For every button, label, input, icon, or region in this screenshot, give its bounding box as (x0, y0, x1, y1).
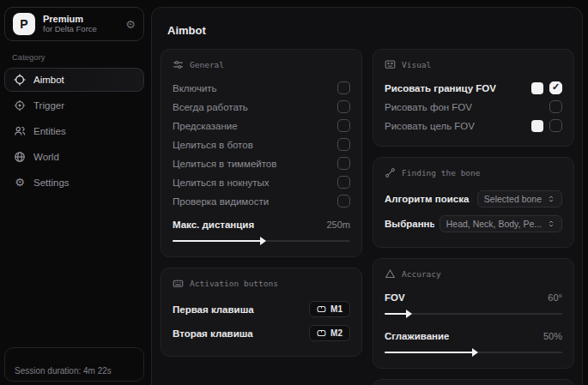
bone-algorithm-select[interactable]: Selected bone (477, 190, 562, 208)
mouse-icon (317, 304, 326, 314)
bone-icon (385, 167, 396, 178)
setting-label: Проверка видимости (173, 196, 269, 207)
section-header: Accuracy (402, 269, 441, 279)
prediction-checkbox[interactable] (337, 119, 350, 132)
sidebar-item-label: World (33, 152, 59, 162)
slider-thumb[interactable] (406, 310, 412, 318)
fov-target-color-swatch[interactable] (531, 120, 543, 132)
draw-fov-border-checkbox[interactable] (549, 81, 562, 94)
slider-thumb[interactable] (472, 348, 478, 357)
key-label: M1 (330, 304, 342, 314)
gear-icon[interactable]: ⚙ (125, 18, 136, 31)
setting-label: Рисовать границу FOV (385, 83, 496, 93)
setting-row: Предсказание (173, 117, 350, 135)
category-label: Category (12, 52, 144, 62)
general-card: General Включить Всегда работать Предска… (161, 49, 362, 257)
switch-delay-card: Switch Delay Задержка переключения Задер… (373, 379, 574, 385)
setting-row: Проверка видимости (173, 192, 350, 210)
settings-gear-icon: ⚙ (14, 177, 26, 189)
session-duration-card: Session duration: 4m 22s (4, 347, 144, 382)
setting-row: Целиться в нокнутых (173, 173, 350, 191)
sidebar-item-aimbot[interactable]: Aimbot (4, 68, 144, 92)
fov-group: FOV 60° (385, 288, 562, 318)
first-key-button[interactable]: M1 (309, 301, 350, 317)
setting-label: Предсказание (173, 121, 238, 131)
sidebar-item-settings[interactable]: ⚙ Settings (4, 171, 144, 195)
globe-icon (14, 151, 26, 163)
setting-row: Всегда работать (173, 98, 350, 116)
draw-fov-target-checkbox[interactable] (549, 119, 562, 132)
target-teammates-checkbox[interactable] (337, 157, 350, 170)
setting-row: Первая клавиша M1 (173, 298, 350, 321)
fov-border-color-swatch[interactable] (531, 82, 543, 94)
setting-label: Выбранные кос (385, 219, 434, 229)
selected-bones-select[interactable]: Head, Neck, Body, Pe... (439, 215, 562, 232)
slider-value: 250m (326, 220, 350, 230)
sidebar: P Premium for Delta Force ⚙ Category Aim… (0, 0, 149, 385)
visual-icon (385, 59, 396, 70)
trigger-icon (14, 99, 26, 111)
sidebar-item-label: Settings (33, 177, 70, 188)
sidebar-item-trigger[interactable]: Trigger (4, 93, 144, 117)
sliders-icon (173, 59, 184, 70)
fov-slider[interactable] (385, 310, 562, 318)
slider-thumb[interactable] (260, 237, 266, 245)
section-header: Visual (402, 60, 431, 69)
setting-row: Включить (173, 79, 350, 97)
target-knocked-checkbox[interactable] (337, 176, 350, 189)
setting-row: Рисовать цель FOV (385, 117, 562, 135)
slider-label: Сглаживание (385, 331, 449, 341)
slider-value: 50% (543, 331, 562, 341)
right-column: Visual Рисовать границу FOV Рисовать фон… (373, 49, 574, 385)
crosshair-icon (14, 74, 26, 86)
accuracy-card: Accuracy FOV 60° (373, 258, 574, 369)
setting-row: Алгоритм поиска кост Selected bone (385, 187, 562, 211)
setting-label: Первая клавиша (173, 304, 254, 315)
sidebar-nav: Aimbot Trigger Entities World ⚙ Settings (4, 68, 144, 195)
users-icon (14, 125, 26, 137)
slider-label: Макс. дистанция (173, 220, 254, 230)
target-bots-checkbox[interactable] (337, 138, 350, 151)
setting-label: Рисовать фон FOV (385, 102, 472, 112)
setting-row: Целиться в ботов (173, 135, 350, 153)
draw-fov-background-checkbox[interactable] (549, 100, 562, 113)
max-distance-slider[interactable] (173, 237, 350, 245)
session-duration-text: Session duration: 4m 22s (15, 366, 112, 376)
second-key-button[interactable]: M2 (309, 325, 350, 341)
setting-label: Рисовать цель FOV (385, 121, 475, 131)
keyboard-icon (173, 278, 184, 289)
main-panel: Aimbot General Включить (151, 7, 583, 385)
chevron-up-down-icon (547, 195, 555, 203)
sidebar-item-label: Aimbot (33, 75, 64, 85)
enable-checkbox[interactable] (337, 81, 350, 94)
max-distance-group: Макс. дистанция 250m (173, 215, 350, 245)
sidebar-item-world[interactable]: World (4, 145, 144, 169)
setting-label: Всегда работать (173, 102, 248, 112)
smoothing-slider[interactable] (385, 348, 562, 357)
selected-value: Head, Neck, Body, Pe... (446, 219, 542, 229)
visual-card: Visual Рисовать границу FOV Рисовать фон… (373, 49, 574, 147)
setting-label: Вторая клавиша (173, 328, 253, 339)
setting-label: Целиться в тиммейтов (173, 159, 276, 169)
activation-card: Activation buttons Первая клавиша M1 Вто… (161, 268, 362, 357)
setting-row: Рисовать фон FOV (385, 98, 562, 116)
setting-label: Алгоритм поиска кост (385, 194, 472, 204)
page-title: Aimbot (167, 24, 574, 37)
sidebar-item-label: Entities (33, 126, 66, 136)
brand-subtitle: for Delta Force (43, 25, 118, 34)
main-area: Aimbot General Включить (149, 0, 588, 385)
app-window: P Premium for Delta Force ⚙ Category Aim… (0, 0, 588, 385)
sidebar-item-entities[interactable]: Entities (4, 119, 144, 143)
section-header: General (190, 60, 224, 69)
setting-label: Целиться в нокнутых (173, 177, 270, 188)
always-work-checkbox[interactable] (337, 100, 350, 113)
slider-label: FOV (385, 292, 405, 303)
slider-value: 60° (548, 292, 562, 303)
setting-row: Вторая клавиша M2 (173, 322, 350, 345)
mouse-icon (317, 328, 326, 338)
setting-row: Рисовать границу FOV (385, 79, 562, 97)
bone-card: Finding the bone Алгоритм поиска кост Se… (373, 157, 574, 248)
selected-value: Selected bone (484, 194, 542, 204)
visibility-check-checkbox[interactable] (337, 195, 350, 208)
section-header: Finding the bone (402, 168, 481, 177)
